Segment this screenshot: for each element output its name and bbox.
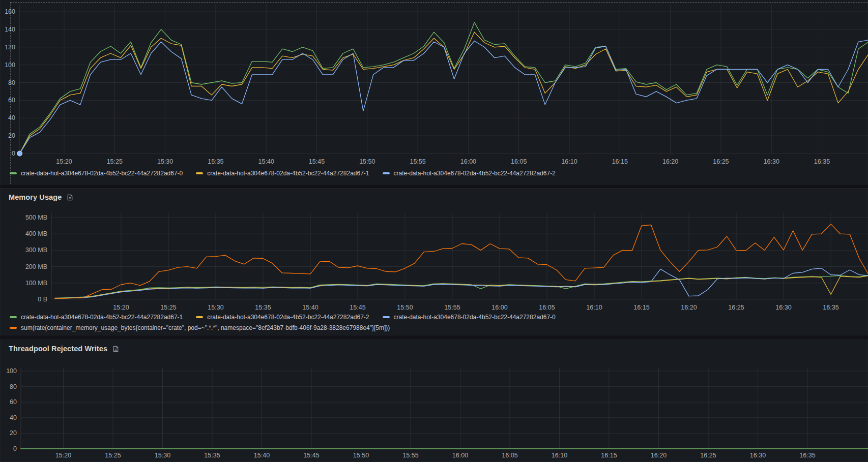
x-tick-label: 16:05 [539,304,555,311]
x-tick-label: 15:30 [157,158,173,165]
legend-series-swatch[interactable] [10,316,17,318]
series-line [55,275,868,298]
x-tick-label: 16:20 [681,304,697,311]
y-tick-label: 100 MB [25,280,47,287]
x-tick-label: 15:30 [208,304,223,311]
x-tick-label: 16:10 [586,304,602,311]
x-tick-label: 15:55 [402,452,418,459]
legend-item[interactable]: crate-data-hot-a304e678-02da-4b52-bc22-4… [196,170,369,177]
x-tick-label: 16:15 [601,452,617,459]
x-tick-label: 15:35 [255,304,271,311]
panel-memory-usage[interactable]: Memory Usage 0 B100 MB200 MB300 MB400 MB… [0,188,868,335]
series-line [55,268,868,299]
legend-series-swatch[interactable] [196,316,203,318]
x-tick-label: 15:50 [397,304,413,311]
panel-drag-dashed-border-top [10,2,867,3]
threadpool-plot[interactable]: 02040608010015:2015:2515:3015:3515:4015:… [1,340,868,462]
legend-item[interactable]: sum(rate(container_memory_usage_bytes{co… [10,324,390,331]
legend-series-label[interactable]: crate-data-hot-a304e678-02da-4b52-bc22-4… [21,314,183,321]
x-tick-label: 15:45 [303,452,319,459]
legend-series-label[interactable]: crate-data-hot-a304e678-02da-4b52-bc22-4… [21,170,183,177]
x-tick-label: 15:20 [55,452,71,459]
legend-item[interactable]: crate-data-hot-a304e678-02da-4b52-bc22-4… [196,314,369,321]
x-tick-label: 16:35 [823,304,838,311]
x-tick-label: 16:30 [750,452,766,459]
x-tick-label: 16:00 [460,158,476,165]
y-tick-label: 60 [10,398,17,406]
x-tick-label: 15:40 [302,304,318,311]
legend-item[interactable]: crate-data-hot-a304e678-02da-4b52-bc22-4… [383,170,556,177]
memory-usage-legend: crate-data-hot-a304e678-02da-4b52-bc22-4… [10,314,569,331]
y-tick-label: 400 MB [25,230,47,237]
x-tick-label: 15:35 [204,452,220,459]
legend-row: crate-data-hot-a304e678-02da-4b52-bc22-4… [10,314,569,321]
legend-series-label[interactable]: crate-data-hot-a304e678-02da-4b52-bc22-4… [394,314,556,321]
legend-series-label[interactable]: crate-data-hot-a304e678-02da-4b52-bc22-4… [207,170,369,177]
x-tick-label: 15:45 [350,304,365,311]
x-tick-label: 15:35 [208,158,223,165]
x-tick-label: 15:25 [107,158,123,165]
panel-top-metric-chart[interactable]: 02040608010012014016015:2015:2515:3015:3… [0,0,868,184]
x-tick-label: 15:40 [258,158,274,165]
top-metric-chart-plot[interactable]: 02040608010012014016015:2015:2515:3015:3… [1,0,868,184]
legend-series-swatch[interactable] [10,172,17,174]
y-tick-label: 0 [12,150,15,157]
x-tick-label: 16:25 [700,452,716,459]
x-tick-label: 16:15 [633,304,649,311]
legend-item[interactable]: crate-data-hot-a304e678-02da-4b52-bc22-4… [383,314,556,321]
top-metric-chart-legend: crate-data-hot-a304e678-02da-4b52-bc22-4… [10,170,569,177]
threadpool-header: Threadpool Rejected Writes [9,345,120,353]
y-tick-label: 200 MB [25,263,47,270]
x-tick-label: 16:30 [775,304,791,311]
x-tick-label: 16:30 [764,158,779,165]
series-point-marker[interactable] [17,151,22,156]
x-tick-label: 16:05 [502,452,517,459]
y-tick-label: 100 [6,367,17,375]
legend-series-swatch[interactable] [196,172,203,174]
x-tick-label: 16:25 [713,158,729,165]
x-tick-label: 16:35 [814,158,830,165]
x-tick-label: 15:20 [113,304,129,311]
y-tick-label: 300 MB [25,247,47,254]
x-tick-label: 15:45 [309,158,325,165]
x-tick-label: 16:35 [799,452,815,459]
panel-description-icon[interactable] [66,194,74,201]
x-tick-label: 15:25 [105,452,121,459]
x-tick-label: 16:20 [651,452,667,459]
panel-description-icon[interactable] [112,345,120,353]
x-tick-label: 15:50 [353,452,369,459]
x-tick-label: 16:20 [662,158,678,165]
x-tick-label: 16:25 [728,304,744,311]
legend-series-swatch[interactable] [383,316,390,318]
x-tick-label: 15:20 [56,158,72,165]
y-tick-label: 0 [13,445,17,452]
y-tick-label: 60 [8,97,15,104]
x-tick-label: 16:10 [561,158,577,165]
legend-series-swatch[interactable] [383,172,390,174]
y-tick-label: 80 [8,79,15,86]
grafana-dashboard: 02040608010012014016015:2015:2515:3015:3… [0,0,868,462]
legend-item[interactable]: crate-data-hot-a304e678-02da-4b52-bc22-4… [10,170,183,177]
legend-series-label[interactable]: crate-data-hot-a304e678-02da-4b52-bc22-4… [207,314,369,321]
series-line [55,275,868,298]
y-tick-label: 80 [10,383,17,390]
series-line [20,22,868,153]
legend-series-label[interactable]: sum(rate(container_memory_usage_bytes{co… [21,324,390,331]
y-tick-label: 20 [10,429,17,437]
x-tick-label: 16:10 [552,452,567,459]
x-tick-label: 16:00 [452,452,468,459]
x-tick-label: 16:05 [511,158,527,165]
x-tick-label: 15:55 [410,158,425,165]
panel-threadpool-rejected-writes[interactable]: Threadpool Rejected Writes 0204060801001… [0,340,868,462]
x-tick-label: 15:30 [155,452,170,459]
legend-series-label[interactable]: crate-data-hot-a304e678-02da-4b52-bc22-4… [394,170,556,177]
panel-title-memory-usage[interactable]: Memory Usage [9,193,62,201]
panel-title-threadpool-rejected-writes[interactable]: Threadpool Rejected Writes [9,345,107,353]
legend-row: sum(rate(container_memory_usage_bytes{co… [10,324,569,331]
x-tick-label: 16:00 [491,304,507,311]
legend-row: crate-data-hot-a304e678-02da-4b52-bc22-4… [10,170,569,177]
legend-series-swatch[interactable] [10,327,17,329]
y-tick-label: 40 [8,114,15,121]
legend-item[interactable]: crate-data-hot-a304e678-02da-4b52-bc22-4… [10,314,183,321]
series-line [20,32,868,153]
